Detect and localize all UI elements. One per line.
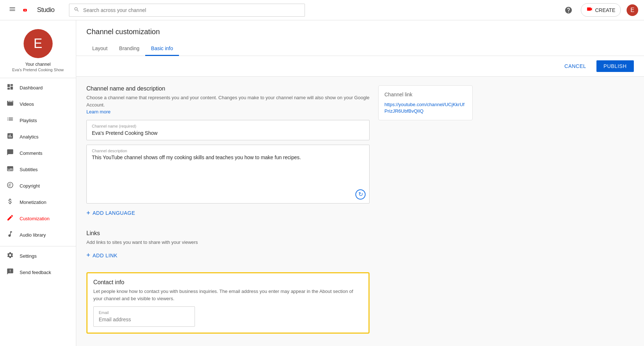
channel-link-title: Channel link — [384, 92, 466, 97]
add-language-button[interactable]: + ADD LANGUAGE — [86, 206, 135, 220]
user-avatar[interactable]: E — [627, 4, 638, 16]
sidebar-item-customization[interactable]: Customization — [0, 210, 76, 227]
page-title: Channel customization — [86, 28, 634, 36]
channel-name-sidebar: Eva's Pretend Cooking Show — [12, 68, 64, 72]
analytics-icon — [6, 132, 15, 141]
actions-row: CANCEL PUBLISH — [76, 56, 644, 77]
sidebar-item-settings[interactable]: Settings — [0, 248, 76, 264]
tabs: Layout Branding Basic info — [86, 42, 634, 56]
email-label: Email — [99, 310, 189, 315]
content-left: Channel name and description Choose a ch… — [86, 85, 370, 344]
subtitles-icon — [6, 165, 15, 174]
learn-more-link[interactable]: Learn more — [86, 109, 110, 114]
channel-name-label: Channel name (required) — [92, 124, 364, 128]
tab-basic-info[interactable]: Basic info — [145, 42, 179, 56]
youtube-logo-icon — [23, 6, 35, 14]
channel-info: E Your channel Eva's Pretend Cooking Sho… — [0, 23, 76, 76]
email-field: Email — [93, 306, 195, 327]
sidebar-item-label: Analytics — [20, 134, 38, 140]
sidebar: E Your channel Eva's Pretend Cooking Sho… — [0, 20, 76, 346]
video-icon — [6, 100, 15, 109]
sidebar-item-subtitles[interactable]: Subtitles — [0, 161, 76, 178]
channel-link-url[interactable]: https://youtube.com/channel/UCjKkrUfPriz… — [384, 102, 464, 114]
sidebar-item-label: Settings — [20, 253, 37, 259]
content-area: Channel name and description Choose a ch… — [76, 77, 644, 346]
create-button[interactable]: CREATE — [581, 3, 621, 17]
feedback-icon — [6, 268, 15, 277]
cancel-button[interactable]: CANCEL — [559, 60, 592, 72]
studio-logo-text: Studio — [37, 6, 54, 14]
channel-name-input[interactable] — [92, 130, 364, 136]
settings-icon — [6, 252, 15, 261]
links-desc: Add links to sites you want to share wit… — [86, 239, 370, 246]
search-icon — [74, 7, 80, 14]
sidebar-item-label: Audio library — [20, 232, 46, 238]
dashboard-icon — [6, 83, 15, 92]
content-right: Channel link https://youtube.com/channel… — [378, 85, 473, 344]
contact-info-title: Contact info — [93, 279, 363, 286]
sidebar-item-label: Playlists — [20, 118, 37, 123]
header: Studio CREATE E — [0, 0, 644, 20]
main-content: Channel customization Layout Branding Ba… — [76, 20, 644, 346]
search-input[interactable] — [83, 7, 300, 13]
logo: Studio — [23, 6, 54, 14]
create-icon — [586, 6, 593, 14]
sidebar-item-comments[interactable]: Comments — [0, 145, 76, 161]
sidebar-divider-bottom — [0, 246, 76, 246]
header-left: Studio — [6, 3, 54, 17]
sidebar-item-label: Videos — [20, 101, 34, 107]
app-body: E Your channel Eva's Pretend Cooking Sho… — [0, 20, 644, 346]
channel-desc-input[interactable]: This YouTube channel shows off my cookin… — [92, 154, 364, 198]
sidebar-item-monetization[interactable]: Monetization — [0, 194, 76, 210]
links-section: Links Add links to sites you want to sha… — [86, 230, 370, 262]
contact-info-desc: Let people know how to contact you with … — [93, 288, 363, 302]
monetization-icon — [6, 198, 15, 207]
audio-library-icon — [6, 230, 15, 240]
section-title: Channel name and description — [86, 85, 370, 92]
email-input[interactable] — [99, 317, 189, 322]
channel-avatar[interactable]: E — [24, 29, 53, 58]
plus-icon: + — [86, 252, 90, 259]
tab-layout[interactable]: Layout — [86, 42, 113, 56]
channel-link-box: Channel link https://youtube.com/channel… — [378, 85, 473, 120]
tab-branding[interactable]: Branding — [113, 42, 145, 56]
add-link-button[interactable]: + ADD LINK — [86, 249, 118, 262]
sidebar-item-analytics[interactable]: Analytics — [0, 129, 76, 145]
sidebar-divider-top — [0, 78, 76, 78]
publish-button[interactable]: PUBLISH — [596, 60, 634, 72]
channel-name-section: Channel name and description Choose a ch… — [86, 85, 370, 220]
sidebar-item-label: Comments — [20, 150, 42, 156]
plus-icon: + — [86, 209, 90, 217]
search-bar — [69, 4, 305, 17]
comments-icon — [6, 149, 15, 158]
channel-name-field: Channel name (required) — [86, 120, 370, 140]
channel-desc-field: Channel description This YouTube channel… — [86, 145, 370, 204]
header-right: CREATE E — [562, 3, 638, 17]
sidebar-item-label: Monetization — [20, 200, 46, 205]
customization-icon — [6, 214, 15, 223]
help-button[interactable] — [562, 4, 575, 17]
sidebar-item-send-feedback[interactable]: Send feedback — [0, 264, 76, 281]
links-title: Links — [86, 230, 370, 237]
playlist-icon — [6, 116, 15, 125]
channel-desc-label: Channel description — [92, 149, 364, 153]
sidebar-item-copyright[interactable]: Copyright — [0, 178, 76, 194]
copyright-icon — [6, 181, 15, 190]
sidebar-item-audio-library[interactable]: Audio library — [0, 227, 76, 243]
sidebar-item-label: Copyright — [20, 183, 40, 189]
sidebar-item-label: Customization — [20, 216, 49, 221]
sidebar-item-label: Dashboard — [20, 85, 43, 90]
section-desc: Choose a channel name that represents yo… — [86, 94, 370, 116]
create-label: CREATE — [595, 7, 615, 13]
contact-info-section: Contact info Let people know how to cont… — [86, 272, 370, 334]
sidebar-item-videos[interactable]: Videos — [0, 96, 76, 112]
refresh-icon[interactable]: ↻ — [355, 189, 366, 200]
page-header: Channel customization Layout Branding Ba… — [76, 20, 644, 56]
menu-icon[interactable] — [6, 3, 19, 17]
sidebar-item-label: Send feedback — [20, 270, 51, 275]
sidebar-item-playlists[interactable]: Playlists — [0, 112, 76, 129]
sidebar-item-label: Subtitles — [20, 167, 38, 172]
sidebar-item-dashboard[interactable]: Dashboard — [0, 80, 76, 96]
channel-label: Your channel — [25, 62, 51, 67]
